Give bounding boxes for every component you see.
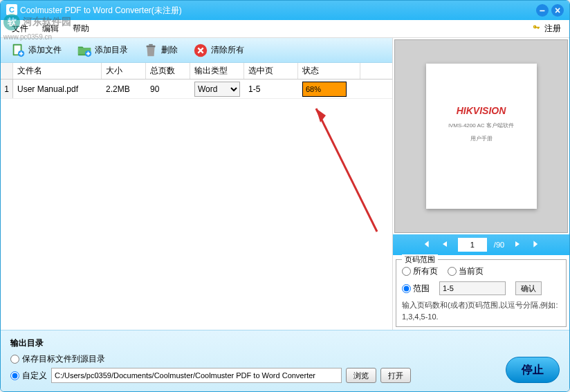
col-status: 状态 [298,63,360,79]
pager: /90 [393,234,569,255]
range-confirm-button[interactable]: 确认 [515,281,542,295]
stop-button[interactable]: 停止 [506,357,560,383]
range-hint: 输入页码数和(或者)页码范围,以逗号分隔,例如: 1,3,4,5-10. [402,299,560,322]
range-current-radio[interactable] [448,267,457,276]
page-input[interactable] [458,238,487,252]
window-title: Coolmuster PDF to Word Converter(未注册) [20,5,533,17]
menubar: 文件 编辑 帮助 注册 [1,20,569,38]
add-file-button[interactable]: 添加文件 [5,41,67,60]
cell-type: Word [190,80,244,98]
preview-subtitle2: 用户手册 [433,135,530,142]
svg-rect-8 [149,44,153,45]
page-range-panel: 页码范围 所有页 当前页 范围 [396,259,567,327]
col-size: 大小 [102,63,146,79]
menu-file[interactable]: 文件 [5,21,35,37]
toolbar: 添加文件 添加目录 删除 [1,38,392,63]
cell-status: 68% [298,80,360,98]
prev-page-button[interactable] [439,239,451,250]
clear-label: 清除所有 [211,44,244,56]
minimize-button[interactable]: – [536,4,549,17]
titlebar: C Coolmuster PDF to Word Converter(未注册) … [1,1,569,20]
col-type: 输出类型 [190,63,244,79]
delete-button[interactable]: 删除 [138,41,183,60]
svg-text:C: C [9,6,15,14]
output-custom-option[interactable]: 自定义 [10,370,47,382]
cell-name: User Manual.pdf [13,80,102,98]
range-current-option[interactable]: 当前页 [448,265,484,277]
col-pages: 总页数 [146,63,190,79]
main-panel: 添加文件 添加目录 删除 [1,38,393,330]
output-custom-radio[interactable] [10,371,19,380]
col-index [1,63,13,79]
range-legend: 页码范围 [402,254,438,265]
col-filename: 文件名 [13,63,102,79]
delete-label: 删除 [161,44,178,56]
output-area: 输出目录 保存目标文件到源目录 自定义 浏览 打开 [10,337,506,383]
preview-subtitle: iVMS-4200 AC 客户端软件 [433,122,530,129]
cell-pages: 90 [146,80,190,98]
add-folder-button[interactable]: 添加目录 [71,41,134,60]
last-page-button[interactable] [531,239,543,251]
preview-page: HIKVISION iVMS-4200 AC 客户端软件 用户手册 [426,64,537,209]
side-panel: HIKVISION iVMS-4200 AC 客户端软件 用户手册 /90 [393,38,569,330]
table-row[interactable]: 1 User Manual.pdf 2.2MB 90 Word 1-5 68% [1,80,392,99]
register-label: 注册 [544,23,561,35]
output-title: 输出目录 [10,337,506,349]
col-selected: 选中页 [244,63,298,79]
output-source-option[interactable]: 保存目标文件到源目录 [10,353,105,365]
first-page-button[interactable] [419,239,432,251]
add-file-label: 添加文件 [28,44,62,56]
output-path-input[interactable] [51,368,342,383]
key-icon [532,23,542,35]
trash-icon [143,43,158,58]
range-custom-option[interactable]: 范围 [402,283,430,295]
cell-size: 2.2MB [102,80,146,98]
add-file-icon [10,43,26,58]
table-body: 1 User Manual.pdf 2.2MB 90 Word 1-5 68% [1,80,392,330]
menu-edit[interactable]: 编辑 [35,21,66,37]
output-type-select[interactable]: Word [194,82,240,97]
close-button[interactable]: × [551,4,564,17]
svg-point-2 [534,26,535,27]
bottom-panel: 输出目录 保存目标文件到源目录 自定义 浏览 打开 停止 [1,330,569,391]
svg-rect-7 [147,45,156,47]
menu-help[interactable]: 帮助 [66,21,96,37]
progress-badge: 68% [302,82,347,97]
output-source-radio[interactable] [10,355,19,364]
table-header: 文件名 大小 总页数 输出类型 选中页 状态 [1,63,392,80]
page-total: /90 [494,241,504,249]
range-input[interactable] [439,281,506,295]
add-folder-label: 添加目录 [95,44,128,56]
next-page-button[interactable] [511,239,524,250]
open-button[interactable]: 打开 [380,368,411,383]
range-all-option[interactable]: 所有页 [402,265,438,277]
cell-index: 1 [1,80,13,98]
register-link[interactable]: 注册 [532,23,561,35]
preview-area: HIKVISION iVMS-4200 AC 客户端软件 用户手册 [394,39,568,233]
preview-brand: HIKVISION [433,105,530,116]
range-all-radio[interactable] [402,267,411,276]
range-custom-radio[interactable] [402,284,411,293]
browse-button[interactable]: 浏览 [346,368,376,383]
app-icon: C [6,4,17,17]
clear-all-button[interactable]: 清除所有 [187,41,250,60]
add-folder-icon [77,43,92,58]
cell-selected: 1-5 [244,80,298,98]
clear-icon [193,43,208,58]
